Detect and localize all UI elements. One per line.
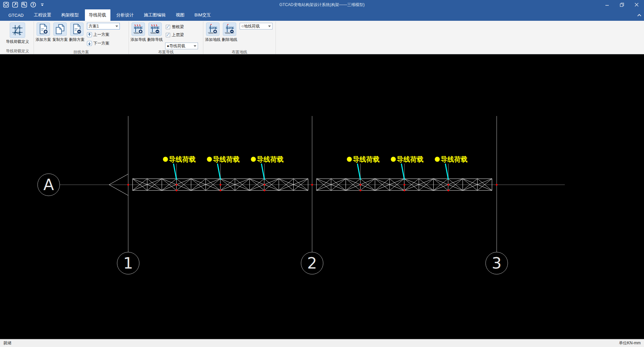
- conductor-load-marker[interactable]: 导线荷载: [207, 155, 240, 191]
- load-bullet-icon: [391, 157, 396, 162]
- tab-construction-drawing[interactable]: 施工图编辑: [140, 9, 170, 21]
- cad-canvas[interactable]: A123导线荷载导线荷载导线荷载导线荷载导线荷载导线荷载: [0, 54, 644, 339]
- group-title: 布置导线: [130, 49, 202, 55]
- group-title: 布置地线: [205, 49, 274, 55]
- svg-text:2: 2: [307, 254, 317, 272]
- minimize-icon[interactable]: [600, 0, 614, 9]
- status-ready: 就绪: [3, 340, 11, 346]
- delete-scheme-button[interactable]: 删除方案: [69, 22, 85, 42]
- delete-ground-wire-button[interactable]: 删除地线: [221, 22, 238, 42]
- tab-view[interactable]: 视图: [172, 9, 189, 21]
- whole-beam-checkbox[interactable]: 整根梁: [166, 23, 198, 30]
- title-bar: ? GTCAD变电站构架设计系统(构架——三维模型): [0, 0, 644, 9]
- add-ground-wire-button[interactable]: 添加地线: [205, 22, 221, 42]
- drawing-area: A123导线荷载导线荷载导线荷载导线荷载导线荷载导线荷载: [0, 54, 644, 339]
- group-place-ground-wire: 添加地线 删除地线 ○地线荷载 布置地线: [203, 21, 276, 54]
- restore-icon[interactable]: [614, 0, 629, 9]
- arrow-down-icon: [87, 41, 92, 46]
- svg-text:3: 3: [492, 254, 501, 272]
- status-bar: 就绪 单位KN-mm: [0, 339, 644, 347]
- conductor-load-marker[interactable]: 导线荷载: [347, 155, 380, 191]
- document-copy-icon: [53, 22, 67, 36]
- load-label: 导线荷载: [397, 155, 424, 163]
- scheme-select[interactable]: 方案1: [87, 23, 120, 30]
- export-icon[interactable]: [12, 1, 18, 8]
- help-icon[interactable]: ?: [30, 1, 37, 8]
- tab-project-settings[interactable]: 工程设置: [30, 9, 55, 21]
- load-label: 导线荷载: [213, 155, 240, 163]
- qat-menu-icon[interactable]: [39, 1, 46, 8]
- axis-row-A: A: [38, 174, 60, 196]
- chevron-down-icon: [194, 45, 196, 47]
- axis-column-1: 1: [117, 116, 139, 274]
- document-add-icon: [37, 22, 50, 36]
- svg-text:A: A: [43, 176, 54, 194]
- window-title: GTCAD变电站构架设计系统(构架——三维模型): [0, 2, 644, 8]
- define-conductor-load-button[interactable]: 导线荷载定义: [3, 22, 32, 44]
- axis-column-3: 3: [486, 116, 508, 274]
- group-scheme: 添加方案 复制方案 删除方案 方案1: [34, 21, 129, 54]
- settings-icon[interactable]: [21, 1, 28, 8]
- tab-frame-model[interactable]: 构架模型: [57, 9, 83, 21]
- ground-wire-load-select[interactable]: ○地线荷载: [240, 23, 273, 30]
- checkbox-icon: [166, 33, 170, 37]
- conductor-load-select[interactable]: ●导线荷载: [165, 43, 198, 49]
- window-controls: [600, 0, 644, 9]
- load-label: 导线荷载: [353, 155, 380, 163]
- next-scheme-button[interactable]: 下一方案: [87, 40, 120, 47]
- group-place-conductor: 添加导线 删除导线 整根梁 上层梁 ●导线荷载: [129, 21, 203, 54]
- ribbon-tabs: GTCAD 工程设置 构架模型 导线荷载 分析设计 施工图编辑 视图 BIM交互: [0, 9, 644, 21]
- add-scheme-button[interactable]: 添加方案: [35, 22, 51, 42]
- conductor-options-column: 整根梁 上层梁 ●导线荷载: [165, 22, 198, 49]
- arrow-up-icon: [87, 32, 92, 37]
- upper-beam-checkbox[interactable]: 上层梁: [166, 32, 198, 38]
- ribbon: 导线荷载定义 导线荷载定义 添加方案 复制方案: [0, 21, 644, 54]
- load-bullet-icon: [251, 157, 256, 162]
- conductor-load-define-icon: [10, 22, 25, 38]
- add-conductor-button[interactable]: 添加导线: [130, 22, 146, 42]
- load-bullet-icon: [435, 157, 440, 162]
- group-conductor-load-define: 导线荷载定义 导线荷载定义: [1, 21, 34, 54]
- quick-access-toolbar: ?: [0, 1, 46, 8]
- checkbox-icon: [166, 25, 170, 29]
- scheme-nav-column: 方案1 上一方案 下一方案: [87, 22, 120, 49]
- tab-gtcad[interactable]: GTCAD: [4, 9, 28, 21]
- ribbon-spacer: [276, 21, 644, 54]
- load-label: 导线荷载: [257, 155, 284, 163]
- svg-text:?: ?: [32, 3, 34, 7]
- load-bullet-icon: [163, 157, 168, 162]
- tab-analysis-design[interactable]: 分析设计: [112, 9, 138, 21]
- group-title: 挂线方案: [35, 49, 127, 55]
- load-label: 导线荷载: [441, 155, 467, 163]
- conductor-load-marker[interactable]: 导线荷载: [391, 155, 424, 191]
- copy-scheme-button[interactable]: 复制方案: [52, 22, 68, 42]
- load-label: 导线荷载: [169, 155, 196, 163]
- ground-wire-add-icon: [206, 22, 219, 36]
- status-units: 单位KN-mm: [619, 340, 641, 346]
- delete-conductor-button[interactable]: 删除导线: [147, 22, 163, 42]
- tab-bim[interactable]: BIM交互: [191, 9, 215, 21]
- document-remove-icon: [70, 22, 84, 36]
- gantry-add-icon: [132, 22, 145, 36]
- previous-scheme-button[interactable]: 上一方案: [87, 31, 120, 38]
- ground-wire-remove-icon: [223, 22, 236, 36]
- collapse-ribbon-icon[interactable]: [637, 9, 641, 21]
- axis-column-2: 2: [301, 116, 323, 274]
- load-bullet-icon: [207, 157, 212, 162]
- save-icon[interactable]: [3, 1, 9, 8]
- gantry-remove-icon: [148, 22, 162, 36]
- conductor-load-marker[interactable]: 导线荷载: [163, 155, 196, 191]
- close-icon[interactable]: [629, 0, 644, 9]
- chevron-down-icon: [268, 25, 271, 27]
- load-bullet-icon: [347, 157, 352, 162]
- group-title: 导线荷载定义: [3, 48, 32, 54]
- chevron-down-icon: [115, 25, 118, 27]
- svg-text:1: 1: [123, 254, 133, 272]
- tab-conductor-load[interactable]: 导线荷载: [85, 9, 110, 21]
